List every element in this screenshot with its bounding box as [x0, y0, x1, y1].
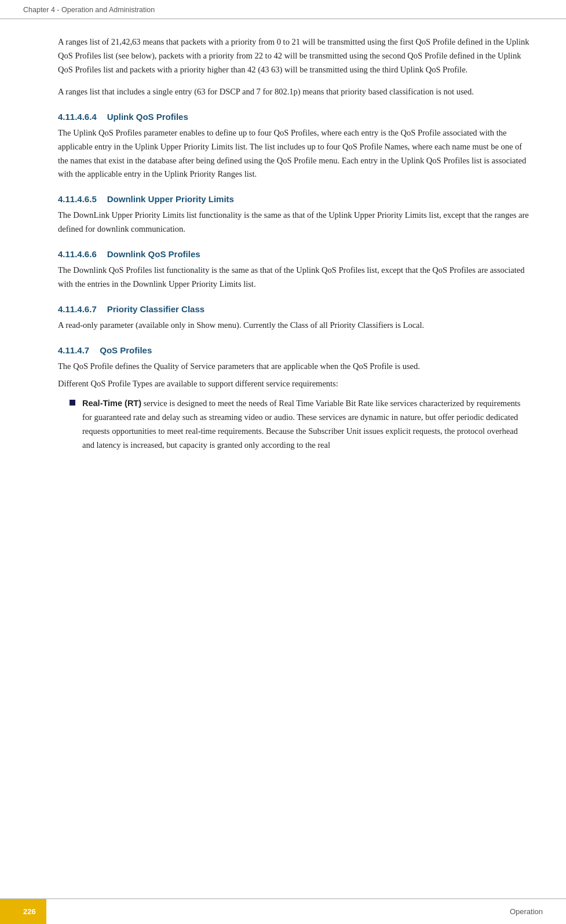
section-4-11-4-7-body1: The QoS Profile defines the Quality of S…: [58, 360, 531, 374]
list-item: Real-Time (RT) service is designed to me…: [70, 397, 531, 452]
section-4-11-4-6-7-heading: 4.11.4.6.7 Priority Classifier Class: [58, 304, 531, 314]
section-4-11-4-6-5-body: The DownLink Upper Priority Limits list …: [58, 209, 531, 236]
bullet-list: Real-Time (RT) service is designed to me…: [70, 397, 531, 452]
page-header: Chapter 4 - Operation and Administration: [0, 0, 566, 19]
bullet-square-icon: [70, 400, 75, 406]
section-number: 4.11.4.6.5: [58, 194, 97, 204]
section-number: 4.11.4.6.4: [58, 112, 97, 122]
section-4-11-4-6-4-heading: 4.11.4.6.4 Uplink QoS Profiles: [58, 112, 531, 122]
section-title: QoS Profiles: [100, 345, 152, 355]
footer-label: Operation: [510, 907, 566, 916]
bullet-term: Real-Time (RT): [82, 399, 141, 408]
section-4-11-4-6-7-body: A read-only parameter (available only in…: [58, 319, 531, 333]
section-4-11-4-6-5-heading: 4.11.4.6.5 Downlink Upper Priority Limit…: [58, 194, 531, 204]
section-4-11-4-6-6-body: The Downlink QoS Profiles list functiona…: [58, 264, 531, 291]
section-4-11-4-7-heading: 4.11.4.7 QoS Profiles: [58, 345, 531, 355]
section-number: 4.11.4.7: [58, 345, 89, 355]
section-4-11-4-6-4-body: The Uplink QoS Profiles parameter enable…: [58, 126, 531, 182]
section-title: Uplink QoS Profiles: [107, 112, 188, 122]
section-4-11-4-7-body2: Different QoS Profile Types are availabl…: [58, 377, 531, 391]
bullet-text: Real-Time (RT) service is designed to me…: [82, 397, 531, 452]
section-number: 4.11.4.6.6: [58, 249, 97, 259]
page-footer: 226 Operation: [0, 899, 566, 924]
section-title: Priority Classifier Class: [107, 304, 205, 314]
page-number: 226: [0, 899, 46, 925]
chapter-title: Chapter 4 - Operation and Administration: [23, 6, 155, 14]
section-number: 4.11.4.6.7: [58, 304, 97, 314]
intro-paragraph-2: A ranges list that includes a single ent…: [58, 85, 531, 99]
section-title: Downlink QoS Profiles: [107, 249, 200, 259]
main-content: A ranges list of 21,42,63 means that pac…: [0, 19, 566, 505]
intro-paragraph-1: A ranges list of 21,42,63 means that pac…: [58, 35, 531, 77]
section-4-11-4-6-6-heading: 4.11.4.6.6 Downlink QoS Profiles: [58, 249, 531, 259]
section-title: Downlink Upper Priority Limits: [107, 194, 234, 204]
